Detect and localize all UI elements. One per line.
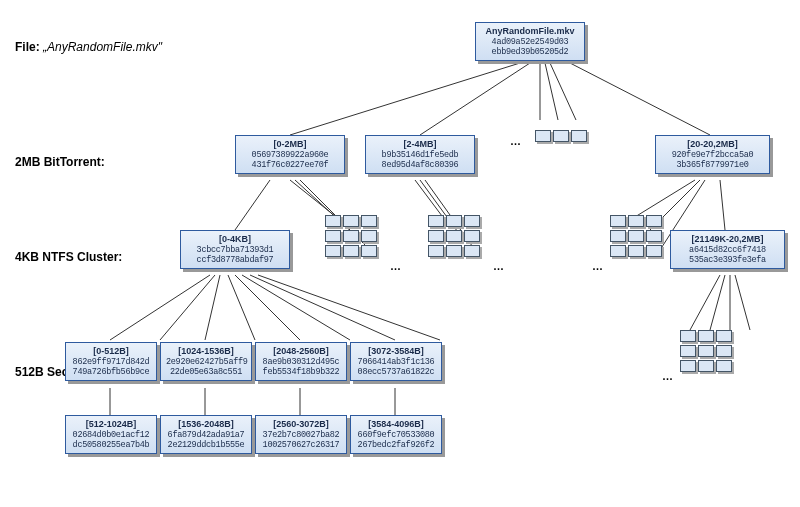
ellipsis: … (662, 370, 673, 382)
svg-line-22 (228, 275, 255, 340)
ellipsis: … (510, 135, 521, 147)
bt-node-1: [2-4MB] b9b35146d1fe5edb 8ed95d4af8c8039… (365, 135, 475, 174)
sector-node: [2560-3072B] 37e2b7c80027ba82 1002570627… (255, 415, 347, 454)
svg-line-30 (710, 275, 725, 330)
sector-node: [3072-3584B] 7066414ab3f1c136 08ecc5737a… (350, 342, 442, 381)
bt-node-2: [20-20,2MB] 920fe9e7f2bcca5a0 3b365f8779… (655, 135, 770, 174)
ntfs-node-1: [21149K-20,2MB] a6415d82cc6f7418 535ac3e… (670, 230, 785, 269)
ellipsis: … (493, 260, 504, 272)
svg-line-4 (550, 63, 576, 120)
svg-line-13 (630, 180, 695, 220)
svg-line-21 (160, 275, 215, 340)
bittorrent-label: 2MB BitTorrent: (15, 155, 105, 169)
sector-node: [2048-2560B] 8ae9b030312d495c feb5534f18… (255, 342, 347, 381)
ellipsis: … (390, 260, 401, 272)
sector-node: [1536-2048B] 6fa879d42ada91a7 2e2129ddcb… (160, 415, 252, 454)
svg-line-10 (415, 180, 445, 220)
ellipsis: … (592, 260, 603, 272)
svg-line-0 (290, 63, 520, 135)
svg-line-16 (720, 180, 725, 230)
svg-line-24 (258, 275, 440, 340)
file-label: File: „AnyRandomFile.mkv" (15, 40, 162, 54)
svg-line-29 (690, 275, 720, 330)
root-node: AnyRandomFile.mkv 4ad09a52e2549d03 ebb9e… (475, 22, 585, 61)
svg-line-17 (110, 275, 210, 340)
svg-line-18 (205, 275, 220, 340)
svg-line-6 (235, 180, 270, 230)
bt-node-0: [0-2MB] 05697389922a960e 431f76c0227ee70… (235, 135, 345, 174)
merkle-tree-diagram: File: „AnyRandomFile.mkv" 2MB BitTorrent… (10, 10, 790, 497)
sector-node: [1024-1536B] 2e920e62427b5aff9 22de05e63… (160, 342, 252, 381)
svg-line-7 (290, 180, 340, 220)
svg-line-20 (250, 275, 395, 340)
sector-node: [512-1024B] 02684d0b0e1acf12 dc50580255e… (65, 415, 157, 454)
svg-line-5 (570, 63, 710, 135)
svg-line-23 (242, 275, 350, 340)
ntfs-label: 4KB NTFS Cluster: (15, 250, 122, 264)
sector-node: [3584-4096B] 660f9efc70533080 267bedc2fa… (350, 415, 442, 454)
svg-line-1 (420, 63, 530, 135)
filename: „AnyRandomFile.mkv" (43, 40, 162, 54)
svg-line-3 (545, 63, 558, 120)
svg-line-32 (735, 275, 750, 330)
sector-node: [0-512B] 862e9ff9717d842d 749a726bfb56b9… (65, 342, 157, 381)
svg-line-19 (235, 275, 300, 340)
ntfs-node-0: [0-4KB] 3cbcc7bba71393d1 ccf3d8778abdaf9… (180, 230, 290, 269)
